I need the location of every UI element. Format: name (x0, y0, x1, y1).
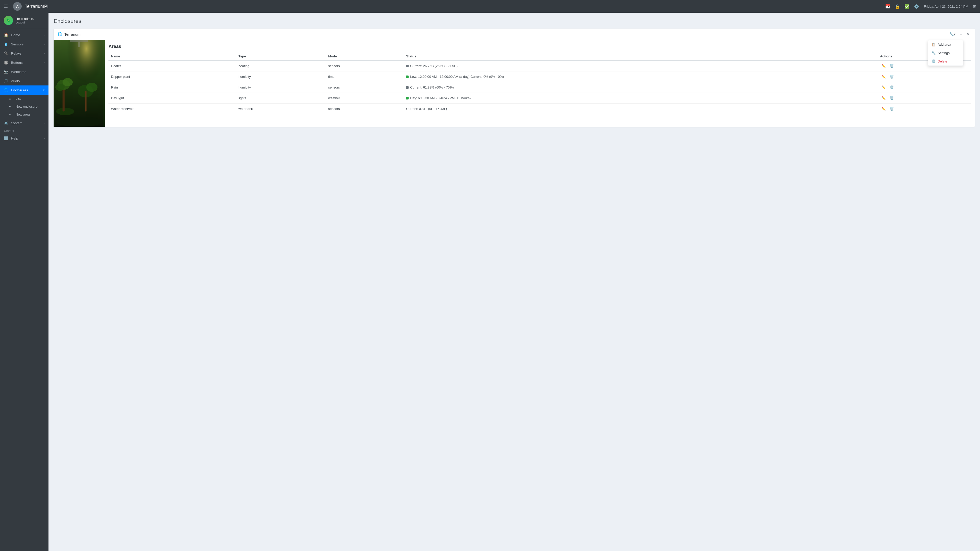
svg-point-8 (86, 83, 97, 92)
sensors-icon: 💧 (4, 42, 9, 46)
card-body: Areas Name Type Mode Status Actions (54, 40, 975, 127)
sidebar-item-system[interactable]: ⚙️ System › (0, 118, 48, 127)
row-type: heating (236, 60, 326, 71)
dropdown-item-label: Add area (938, 43, 951, 46)
dropdown-item-label: Settings (938, 51, 950, 55)
delete-button[interactable]: 🗑️ (888, 85, 895, 90)
status-text: Low: 12:00:00 AM - 12:00:00 AM (a day) C… (410, 75, 504, 79)
enclosure-image (54, 40, 105, 127)
chevron-right-icon: › (44, 43, 45, 46)
areas-table: Name Type Mode Status Actions Heater hea… (108, 52, 971, 114)
close-button[interactable]: ✕ (966, 32, 971, 37)
wrench-button[interactable]: 🔧▾ (948, 32, 957, 37)
sidebar-item-webcams[interactable]: 📷 Webcams › (0, 67, 48, 76)
row-mode: sensors (326, 60, 404, 71)
sidebar-sub-label: New enclosure (16, 105, 38, 108)
delete-button[interactable]: 🗑️ (888, 106, 895, 111)
home-icon: 🏠 (4, 33, 9, 37)
sidebar-item-sensors[interactable]: 💧 Sensors › (0, 40, 48, 49)
dropdown-add-area[interactable]: 📋 Add area (928, 40, 963, 49)
status-text: Current: 26.75C (25.5C - 27.5C) (410, 64, 458, 68)
logout-link[interactable]: Logout (16, 21, 34, 24)
system-icon: ⚙️ (4, 121, 9, 125)
sidebar-item-audio[interactable]: 🎵 Audio › (0, 76, 48, 86)
status-dot (406, 76, 409, 78)
table-row: Heater heating sensors Current: 26.75C (… (108, 60, 971, 71)
sidebar-item-label: Webcams (11, 70, 26, 74)
chevron-down-icon: ▾ (43, 89, 45, 92)
chevron-right-icon: › (44, 33, 45, 37)
chevron-right-icon: › (44, 79, 45, 83)
sidebar: 🦎 Hello admin. Logout 🏠 Home › 💧 Sensors… (0, 13, 48, 551)
enclosure-name: Terrarium (64, 32, 80, 37)
delete-button[interactable]: 🗑️ (888, 74, 895, 79)
sidebar-sub-label: New area (16, 113, 30, 116)
edit-button[interactable]: ✏️ (880, 74, 887, 79)
row-status: Day: 6:15:30 AM - 8:46:45 PM (15 hours) (404, 93, 877, 103)
calendar-icon[interactable]: 📅 (885, 4, 890, 9)
main-content: Enclosures 🌐 Terrarium 🔧▾ − ✕ 📋 Add area (48, 13, 980, 551)
buttons-icon: 🔘 (4, 60, 9, 65)
edit-button[interactable]: ✏️ (880, 106, 887, 111)
svg-rect-9 (85, 91, 86, 111)
lock-icon[interactable]: 🔒 (895, 4, 900, 9)
card-tools: 🔧▾ − ✕ (948, 32, 971, 37)
relays-icon: 🔌 (4, 51, 9, 56)
svg-rect-12 (78, 42, 80, 47)
sidebar-item-relays[interactable]: 🔌 Relays › (0, 49, 48, 58)
edit-button[interactable]: ✏️ (880, 95, 887, 101)
dropdown-delete[interactable]: 🗑️ Delete (928, 57, 963, 65)
minimize-button[interactable]: − (959, 32, 963, 37)
grid-icon[interactable]: ⊞ (973, 4, 976, 9)
sidebar-item-label: Help (11, 137, 18, 140)
row-actions: ✏️ 🗑️ (877, 82, 971, 93)
status-text: Day: 6:15:30 AM - 8:46:45 PM (15 hours) (410, 97, 471, 100)
webcams-icon: 📷 (4, 70, 9, 74)
dropdown-menu: 📋 Add area 🔧 Settings 🗑️ Delete (928, 40, 963, 66)
hamburger-icon[interactable]: ☰ (4, 3, 8, 9)
delete-button[interactable]: 🗑️ (888, 63, 895, 68)
list-icon: ≡ (9, 97, 14, 100)
chevron-right-icon: › (44, 52, 45, 55)
dropdown-item-label: Delete (938, 59, 947, 63)
svg-point-5 (62, 78, 73, 86)
row-actions: ✏️ 🗑️ (877, 71, 971, 82)
row-status: Current: 61.88% (60% - 70%) (404, 82, 877, 93)
status-text: Current: 61.88% (60% - 70%) (410, 86, 454, 89)
row-name: Dripper plant (108, 71, 236, 82)
sidebar-item-enclosures[interactable]: 🌐 Enclosures ▾ (0, 86, 48, 95)
row-mode: timer (326, 71, 404, 82)
row-mode: weather (326, 93, 404, 103)
sidebar-item-new-enclosure[interactable]: + New enclosure (0, 103, 48, 110)
sidebar-item-list[interactable]: ≡ List (0, 95, 48, 103)
sidebar-item-label: Home (11, 33, 20, 37)
edit-button[interactable]: ✏️ (880, 85, 887, 90)
delete-button[interactable]: 🗑️ (888, 95, 895, 101)
sidebar-item-label: Enclosures (11, 88, 28, 92)
row-status: Current: 26.75C (25.5C - 27.5C) (404, 60, 877, 71)
dropdown-settings[interactable]: 🔧 Settings (928, 49, 963, 57)
edit-button[interactable]: ✏️ (880, 63, 887, 68)
chevron-right-icon: › (44, 137, 45, 140)
enclosures-icon: 🌐 (4, 88, 9, 92)
top-navbar: ☰ A TerrariumPI 📅 🔒 ✅ ⚙️ Friday, April 2… (0, 0, 980, 13)
sidebar-item-help[interactable]: ℹ️ Help › (0, 134, 48, 143)
sidebar-item-buttons[interactable]: 🔘 Buttons › (0, 58, 48, 67)
table-row: Water reservoir watertank sensors Curren… (108, 103, 971, 114)
col-status: Status (404, 52, 877, 60)
sidebar-item-new-area[interactable]: + New area (0, 110, 48, 118)
row-name: Heater (108, 60, 236, 71)
status-dot (406, 86, 409, 89)
sidebar-item-home[interactable]: 🏠 Home › (0, 30, 48, 40)
card-title: 🌐 Terrarium (57, 32, 80, 37)
status-dot (406, 65, 409, 67)
settings-icon[interactable]: ⚙️ (914, 4, 919, 9)
col-type: Type (236, 52, 326, 60)
plus-icon: + (9, 113, 14, 116)
username: Hello admin. (16, 17, 34, 21)
card-header: 🌐 Terrarium 🔧▾ − ✕ 📋 Add area 🔧 (54, 29, 975, 40)
row-name: Day light (108, 93, 236, 103)
row-actions: ✏️ 🗑️ (877, 103, 971, 114)
svg-point-6 (56, 84, 65, 91)
about-section-label: About (0, 127, 48, 134)
